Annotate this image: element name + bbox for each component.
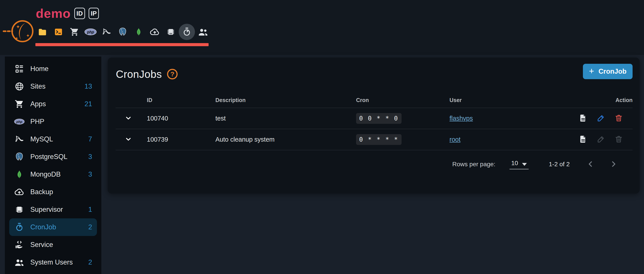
postgresql-icon	[118, 27, 128, 37]
service-icon	[14, 240, 24, 249]
chip-icon	[14, 205, 24, 214]
expand-row-button[interactable]	[124, 135, 133, 144]
sidebar-item-label: PostgreSQL	[30, 153, 68, 161]
sidebar-item-label: MySQL	[30, 135, 53, 143]
column-action: Action	[578, 97, 632, 103]
cell-id: 100740	[147, 115, 216, 122]
cronjobs-table: ID Description Cron User Action 100740 t…	[116, 92, 632, 172]
chip-icon	[166, 27, 176, 37]
page-title: CronJobs	[116, 68, 162, 80]
sidebar-item-postgresql[interactable]: PostgreSQL 3	[9, 148, 97, 166]
sidebar-item-label: Service	[30, 241, 53, 249]
mongodb-icon	[134, 28, 143, 36]
sidebar-item-service[interactable]: Service	[9, 236, 97, 253]
sidebar: Home Sites 13 Apps 21 PHP MySQL 7 Postgr…	[5, 57, 101, 274]
sidebar-item-count: 2	[88, 258, 92, 266]
stopwatch-icon	[14, 222, 24, 232]
user-link[interactable]: flashvps	[450, 115, 473, 122]
cron-expression-badge: 0 * * * *	[356, 134, 402, 145]
server-id-badge[interactable]: ID	[74, 8, 85, 19]
folder-icon	[38, 27, 47, 37]
toolbar-files-button[interactable]	[34, 24, 50, 40]
flashvps-logo-icon[interactable]	[2, 18, 35, 45]
plus-icon: +	[589, 66, 594, 76]
next-page-button[interactable]	[608, 159, 618, 169]
toolbar-cronjob-button[interactable]	[179, 24, 195, 40]
sidebar-item-backup[interactable]: Backup	[9, 183, 97, 201]
cronjobs-panel: CronJobs ? + CronJob ID Description Cron…	[108, 58, 640, 193]
sidebar-item-mysql[interactable]: MySQL 7	[9, 130, 97, 148]
delete-cronjob-button-disabled	[614, 135, 623, 144]
toolbar-postgresql-button[interactable]	[114, 24, 130, 40]
help-icon[interactable]: ?	[167, 69, 178, 79]
sidebar-item-cronjob[interactable]: CronJob 2	[9, 218, 97, 236]
sidebar-item-count: 1	[88, 206, 92, 213]
quick-toolbar	[34, 24, 211, 40]
toolbar-supervisor-button[interactable]	[163, 24, 179, 40]
toolbar-backup-button[interactable]	[146, 24, 163, 40]
toolbar-system-users-button[interactable]	[195, 24, 211, 40]
php-icon	[14, 118, 24, 125]
sidebar-item-system-users[interactable]: System Users 2	[9, 253, 97, 271]
cell-id: 100739	[147, 136, 216, 143]
pencil-icon	[597, 135, 605, 144]
toolbar-terminal-button[interactable]	[50, 24, 66, 40]
delete-cronjob-button[interactable]	[614, 114, 623, 123]
sidebar-item-count: 2	[88, 223, 92, 231]
sidebar-item-sites[interactable]: Sites 13	[9, 78, 97, 95]
cell-description: test	[216, 115, 356, 122]
add-cronjob-button[interactable]: + CronJob	[583, 64, 632, 79]
toolbar-apps-button[interactable]	[66, 24, 82, 40]
sidebar-item-home[interactable]: Home	[9, 60, 97, 78]
sidebar-item-label: Backup	[30, 188, 53, 196]
edit-cronjob-button[interactable]	[597, 114, 605, 123]
toolbar-mysql-button[interactable]	[98, 24, 114, 40]
pagination-range: 1-2 of 2	[549, 161, 570, 168]
column-id: ID	[147, 97, 216, 103]
users-icon	[198, 27, 208, 37]
user-link[interactable]: root	[450, 136, 460, 143]
sidebar-item-count: 3	[88, 170, 92, 178]
table-pagination: Rows per page: 10 1-2 of 2	[116, 156, 632, 172]
server-ip-badge[interactable]: IP	[88, 8, 99, 19]
php-icon	[84, 28, 97, 35]
previous-page-button[interactable]	[586, 159, 596, 169]
cell-description: Auto cleanup system	[216, 136, 356, 143]
view-log-button[interactable]	[579, 114, 587, 123]
mysql-icon	[14, 134, 24, 144]
sidebar-item-label: Sites	[30, 83, 46, 90]
table-row: 100739 Auto cleanup system 0 * * * * roo…	[116, 129, 632, 150]
toolbar-mongodb-button[interactable]	[130, 24, 146, 40]
sidebar-item-label: Supervisor	[30, 206, 63, 213]
globe-icon	[14, 82, 24, 91]
chevron-down-icon	[124, 135, 132, 144]
server-row: demo ID IP	[36, 7, 99, 20]
app-root: demo ID IP Home Sites 13	[0, 0, 644, 274]
sidebar-item-label: PHP	[30, 118, 44, 126]
cloud-upload-icon	[14, 187, 24, 197]
postgresql-icon	[14, 152, 24, 162]
cart-icon	[14, 99, 24, 109]
sidebar-item-count: 3	[88, 153, 92, 161]
edit-cronjob-button-disabled	[597, 135, 605, 144]
users-icon	[14, 257, 24, 267]
cloud-upload-icon	[150, 27, 160, 37]
add-cronjob-label: CronJob	[598, 68, 626, 75]
sidebar-item-supervisor[interactable]: Supervisor 1	[9, 201, 97, 218]
top-header: demo ID IP	[0, 0, 644, 55]
mongodb-icon	[14, 170, 24, 179]
sidebar-item-count: 21	[84, 100, 92, 108]
expand-row-button[interactable]	[124, 114, 133, 123]
dashboard-icon	[14, 64, 24, 74]
cron-expression-badge: 0 0 * * 0	[356, 113, 402, 124]
terminal-icon	[54, 27, 63, 37]
sidebar-item-mongodb[interactable]: MongoDB 3	[9, 166, 97, 183]
sidebar-item-php[interactable]: PHP	[9, 113, 97, 130]
column-user: User	[450, 97, 578, 103]
sidebar-item-apps[interactable]: Apps 21	[9, 95, 97, 113]
rows-per-page-select[interactable]: 10	[510, 159, 528, 169]
sidebar-item-label: Home	[30, 65, 48, 73]
view-log-button[interactable]	[579, 135, 587, 144]
toolbar-php-button[interactable]	[82, 24, 98, 40]
trash-icon	[614, 135, 623, 144]
